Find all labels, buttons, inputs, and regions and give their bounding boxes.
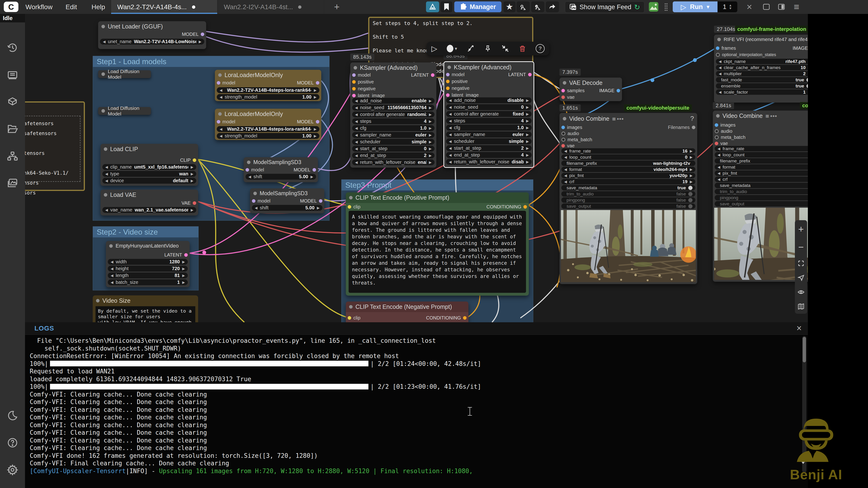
widget-row[interactable]: ◀return_with_leftover_noiseenable▶ — [352, 159, 434, 165]
widget-row[interactable]: ◀trim_to_audiofalse▶ — [561, 191, 695, 197]
widget-row[interactable]: ◀ensembletrue▶ — [716, 83, 808, 89]
widget-row[interactable]: ◀save_outputfalse▶ — [561, 203, 695, 209]
input-port-meta-batch[interactable]: meta_batch — [561, 136, 592, 143]
node-model-sampling-sd3-2[interactable]: ModelSamplingSD3 model MODEL ◀shift5.00▶ — [250, 188, 324, 214]
widget-row[interactable]: ◀shift5.00▶ — [246, 174, 316, 180]
widget-row[interactable]: ◀save_output▶ — [715, 201, 808, 206]
widget-row[interactable]: ◀vae_namewan_2.1_vae.safetensors▶ — [102, 207, 196, 213]
title-icons[interactable]: ▦ ●●● — [766, 113, 777, 118]
input-port-clip[interactable]: clip — [348, 204, 361, 210]
widget-row[interactable]: ◀trim_to_audio▶ — [715, 189, 808, 194]
hamburger-menu-button[interactable]: ≡ — [790, 1, 803, 12]
help-icon[interactable]: ? — [536, 44, 545, 53]
note-video-size[interactable]: Video Size By default, we set the video … — [93, 295, 198, 322]
cancel-run-button[interactable]: × — [743, 1, 755, 12]
widget-row[interactable]: ◀steps4▶ — [446, 118, 532, 124]
input-port-negative[interactable]: negative — [446, 85, 470, 91]
note-model-list[interactable]: afetensorssafetensorstensorsnk64-Seko-V1… — [25, 101, 85, 191]
node-ksampler-advanced-1[interactable]: KSampler (Advanced) model positive negat… — [350, 63, 436, 168]
output-port-filenames[interactable]: Filenames — [668, 124, 695, 130]
logs-body[interactable]: File "C:\Users\Ben\Miniconda3\envs\comfy… — [30, 337, 799, 488]
node-load-diffusion-model-1[interactable]: Load Diffusion Model — [98, 70, 151, 78]
gallery-icon[interactable] — [7, 178, 18, 189]
comfyui-logo-icon[interactable]: C — [4, 2, 19, 12]
input-port-model[interactable]: model — [217, 80, 235, 86]
output-port-model[interactable]: MODEL — [182, 31, 204, 37]
input-port-frames[interactable]: frames — [716, 45, 736, 51]
color-circle-icon[interactable]: ▾ — [447, 45, 457, 52]
widget-row[interactable]: ◀strength_model1.00▶ — [217, 133, 319, 139]
node-clip-text-encode-positive[interactable]: CLIP Text Encode (Positive Prompt) clip … — [346, 192, 529, 296]
output-port-model[interactable]: MODEL — [297, 80, 319, 86]
drag-handle-icon[interactable] — [662, 1, 670, 12]
dock-panel-button[interactable] — [776, 1, 787, 12]
widget-row[interactable]: ◀cfg1.0▶ — [446, 125, 532, 131]
widget-row[interactable]: ◀Wan2.2-T2V-A14B-4steps-lora-rank64-Seko… — [217, 87, 319, 93]
pin-icon[interactable] — [484, 44, 492, 53]
queue-icon[interactable] — [7, 69, 18, 80]
widget-row[interactable]: ◀end_at_step2▶ — [352, 153, 434, 158]
run-button[interactable]: ▷ Run ▾ — [673, 1, 717, 12]
collapse-dot-icon[interactable] — [101, 72, 105, 76]
widget-row[interactable]: ◀filename_prefix▶ — [715, 158, 808, 164]
new-tab-button[interactable]: + — [330, 1, 344, 12]
widget-row[interactable]: ◀scale_factor1▶ — [716, 89, 808, 95]
output-port-vae[interactable]: VAE — [181, 200, 196, 206]
node-rife-vfi[interactable]: RIFE VFI (recommend rife47 and rife49) f… — [714, 35, 808, 102]
widget-row[interactable]: ◀typewan▶ — [102, 171, 196, 177]
output-port-model[interactable]: MODEL — [300, 198, 322, 204]
reroute-icon[interactable] — [467, 44, 474, 53]
widget-row[interactable]: ◀shift5.00▶ — [252, 205, 322, 211]
widget-row[interactable]: ◀width1280▶ — [108, 259, 188, 265]
widget-row[interactable]: ◀loop_count0▶ — [561, 154, 695, 160]
output-port-model[interactable]: MODEL — [297, 119, 319, 125]
title-icons[interactable]: ▦ ●●● — [612, 117, 624, 121]
widget-row[interactable]: ◀loop_count▶ — [715, 152, 808, 158]
input-port-positive[interactable]: positive — [352, 79, 374, 85]
input-port-audio[interactable]: audio — [561, 130, 579, 136]
workspace-icon-button[interactable] — [426, 1, 439, 12]
widget-row[interactable]: ◀pix_fmt▶ — [715, 170, 808, 176]
node-load-clip[interactable]: Load CLIP CLIP ◀clip_nameumt5_xxl_fp16.s… — [100, 144, 198, 186]
close-icon[interactable]: × — [797, 323, 802, 333]
fit-view-icon[interactable] — [798, 260, 805, 267]
widget-row[interactable]: ◀control after generaterandomize▶ — [352, 111, 434, 118]
clean-vram-button[interactable] — [517, 1, 530, 12]
widget-row[interactable]: ◀crf▶ — [715, 176, 808, 182]
node-lora-loader-2[interactable]: LoraLoaderModelOnly model MODEL ◀Wan2.2-… — [215, 109, 321, 140]
input-port-vae[interactable]: vae — [715, 140, 728, 147]
node-load-vae[interactable]: Load VAE VAE ◀vae_namewan_2.1_vae.safete… — [100, 190, 198, 216]
widget-row[interactable]: ◀cfg1.0▶ — [352, 125, 434, 131]
output-port-latent[interactable]: LATENT — [508, 71, 532, 77]
zoom-in-icon[interactable]: + — [798, 224, 804, 234]
output-port-image[interactable]: IMAGE — [793, 45, 808, 51]
widget-row[interactable]: ◀start_at_step2▶ — [446, 145, 532, 151]
collapse-icon[interactable] — [501, 44, 509, 53]
widget-row[interactable]: ◀schedulersimple▶ — [352, 139, 434, 145]
widget-row[interactable]: ◀devicedefault▶ — [102, 178, 196, 184]
output-port-model[interactable]: MODEL — [294, 167, 316, 173]
input-port-clip[interactable]: clip — [348, 315, 361, 321]
widget-row[interactable]: ◀multiplier2▶ — [716, 71, 808, 76]
output-port-conditioning[interactable]: CONDITIONING — [486, 204, 527, 210]
widget-row[interactable]: ◀unet_nameWan2.2-T2V-A14B-LowNoise-Q8_0.… — [100, 39, 204, 44]
widget-row[interactable]: ◀height720▶ — [108, 266, 188, 271]
select-cursor-icon[interactable] — [798, 274, 805, 281]
share-button[interactable] — [546, 1, 559, 12]
widget-row[interactable]: ◀noise_seed0▶ — [446, 104, 532, 110]
model-tree-icon[interactable] — [7, 151, 18, 162]
input-port-model[interactable]: model — [446, 71, 464, 77]
run-selection-icon[interactable]: ▷ — [431, 44, 437, 53]
output-port-latent[interactable]: LATENT — [164, 252, 188, 258]
widget-row[interactable]: ◀clip_nameumt5_xxl_fp16.safetensors▶ — [102, 164, 196, 170]
node-empty-hunyuan-latent-video[interactable]: EmptyHunyuanLatentVideo LATENT ◀width128… — [106, 241, 190, 287]
progress-thumbnail[interactable] — [648, 1, 659, 12]
widget-row[interactable]: ◀add_noisedisable▶ — [446, 97, 532, 103]
menu-workflow[interactable]: Workflow — [26, 0, 53, 14]
widget-row[interactable]: ◀strength_model1.00▶ — [217, 94, 319, 100]
bookmark-button[interactable] — [441, 1, 453, 12]
node-graph-canvas[interactable]: Step1 - Load models Step2 - Video size S… — [25, 14, 808, 322]
node-model-sampling-sd3-1[interactable]: ModelSamplingSD3 model MODEL ◀shift5.00▶ — [244, 157, 318, 182]
widget-row[interactable]: ◀frame_rate▶ — [715, 146, 808, 151]
theme-moon-icon[interactable] — [7, 410, 18, 421]
